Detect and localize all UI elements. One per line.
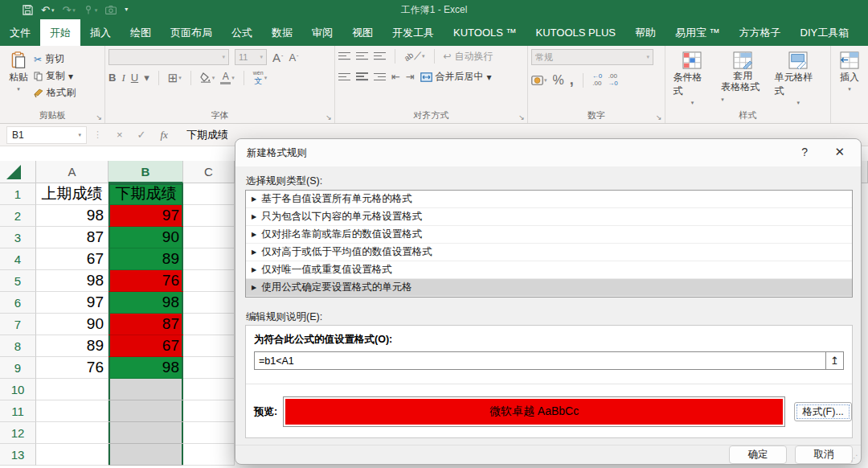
tab-help[interactable]: 帮助	[625, 19, 665, 46]
align-left-icon[interactable]	[338, 73, 350, 81]
row-header-7[interactable]: 7	[0, 314, 36, 335]
column-header-C[interactable]: C	[183, 161, 235, 183]
cancel-entry-icon[interactable]: ×	[117, 129, 123, 141]
cell-B1[interactable]: 下期成绩	[108, 183, 183, 205]
cell-C11[interactable]	[183, 400, 235, 422]
tab-kutools[interactable]: KUTOOLS ™	[444, 19, 526, 46]
cell-C7[interactable]	[183, 314, 235, 335]
row-header-4[interactable]: 4	[0, 248, 36, 270]
cell-C5[interactable]	[183, 270, 235, 292]
name-box[interactable]: B1▾	[6, 126, 87, 144]
increase-decimal-button[interactable]: ←0.00	[592, 73, 602, 87]
underline-dropdown-icon[interactable]: ▾	[144, 72, 149, 84]
tab-insert[interactable]: 插入	[80, 19, 121, 46]
align-center-icon[interactable]	[356, 72, 368, 81]
rule-type-item[interactable]: ▶仅对唯一值或重复值设置格式	[246, 261, 852, 279]
row-header-8[interactable]: 8	[0, 335, 36, 357]
insert-function-icon[interactable]: fx	[161, 129, 168, 142]
tab-home[interactable]: 开始	[40, 19, 80, 46]
formula-bar-value[interactable]: 下期成绩	[186, 128, 228, 142]
fill-color-button[interactable]: ▾	[200, 72, 215, 83]
row-header-13[interactable]: 13	[0, 444, 36, 466]
cell-B10[interactable]	[108, 379, 183, 400]
enter-entry-icon[interactable]: ✓	[137, 129, 146, 141]
cell-B13[interactable]	[108, 444, 183, 466]
comma-style-button[interactable]: ,	[570, 72, 574, 88]
cell-B5[interactable]: 76	[108, 270, 183, 292]
tab-kutools-plus[interactable]: KUTOOLS PLUS	[526, 19, 625, 46]
cell-C4[interactable]	[183, 248, 235, 270]
cell-B6[interactable]: 98	[108, 292, 183, 314]
row-header-6[interactable]: 6	[0, 292, 36, 314]
cell-C1[interactable]	[183, 183, 235, 205]
cell-A3[interactable]: 87	[36, 227, 108, 248]
rule-type-item[interactable]: ▶仅对排名靠前或靠后的数值设置格式	[246, 226, 852, 244]
cell-A9[interactable]: 76	[36, 357, 108, 379]
tab-pdf-tools[interactable]: PDF工具集	[858, 19, 868, 46]
tab-draw[interactable]: 绘图	[121, 19, 161, 46]
format-as-table-button[interactable]: 套用表格格式 ▾	[716, 49, 769, 110]
cell-A1[interactable]: 上期成绩	[36, 183, 108, 205]
cell-A11[interactable]	[36, 400, 108, 422]
cell-A5[interactable]: 98	[36, 270, 108, 292]
accounting-format-button[interactable]: ▾	[531, 76, 547, 85]
formula-bar-splitter[interactable]: ⋮	[93, 129, 103, 140]
cell-C13[interactable]	[183, 444, 235, 466]
paste-dropdown-icon[interactable]: ▾	[17, 86, 20, 92]
row-header-1[interactable]: 1	[0, 183, 36, 205]
cell-B12[interactable]	[108, 422, 183, 444]
cell-B3[interactable]: 90	[108, 227, 183, 248]
row-header-5[interactable]: 5	[0, 270, 36, 292]
undo-button[interactable]: ↶▾	[41, 5, 54, 15]
rule-type-item[interactable]: ▶只为包含以下内容的单元格设置格式	[246, 208, 852, 226]
rule-type-item[interactable]: ▶仅对高于或低于平均值的数值设置格式	[246, 244, 852, 261]
save-icon[interactable]	[23, 5, 33, 15]
font-dialog-launcher-icon[interactable]: ↘	[326, 113, 332, 121]
dialog-title-bar[interactable]: 新建格式规则	[235, 139, 861, 166]
grow-font-button[interactable]: Aˆ	[272, 51, 283, 64]
touch-mode-dropdown-icon[interactable]: ▾	[95, 7, 98, 13]
number-format-combo[interactable]: 常规▾	[531, 49, 653, 65]
phonetic-guide-button[interactable]: wén文 ▾	[253, 70, 267, 86]
insert-cells-button[interactable]: 插入 ▾	[834, 49, 865, 110]
cell-A12[interactable]	[36, 422, 108, 444]
customize-qat-icon[interactable]: ▾	[125, 6, 128, 13]
cell-C2[interactable]	[183, 205, 235, 227]
cell-B8[interactable]: 67	[108, 335, 183, 357]
underline-button[interactable]: U	[131, 72, 138, 84]
row-header-12[interactable]: 12	[0, 422, 36, 444]
tab-formulas[interactable]: 公式	[222, 19, 262, 46]
font-color-button[interactable]: A ▾	[220, 72, 235, 84]
dialog-close-icon[interactable]: ✕	[834, 145, 845, 159]
redo-button[interactable]: ↷▾	[62, 5, 75, 15]
clipboard-dialog-launcher-icon[interactable]: ↘	[96, 113, 102, 121]
conditional-formatting-button[interactable]: 条件格式 ▾	[669, 49, 717, 110]
column-header-A[interactable]: A	[36, 161, 108, 183]
formula-input[interactable]: =b1<A1 ↥	[254, 351, 844, 370]
cell-C8[interactable]	[183, 335, 235, 357]
cell-B4[interactable]: 89	[108, 248, 183, 270]
alignment-dialog-launcher-icon[interactable]: ↘	[518, 113, 525, 121]
cancel-button[interactable]: 取消	[795, 445, 853, 464]
wrap-text-button[interactable]: ↩自动换行	[444, 50, 493, 64]
cell-A4[interactable]: 67	[36, 248, 108, 270]
increase-indent-icon[interactable]: ⇥	[406, 71, 415, 83]
format-painter-button[interactable]: 格式刷	[34, 86, 76, 100]
cell-B7[interactable]: 87	[108, 314, 183, 335]
align-bottom-icon[interactable]	[374, 52, 386, 61]
copy-button[interactable]: 复制▾	[34, 69, 76, 83]
row-header-3[interactable]: 3	[0, 227, 36, 248]
ok-button[interactable]: 确定	[729, 445, 787, 464]
cell-A10[interactable]	[36, 379, 108, 400]
merge-center-button[interactable]: 合并后居中▾	[420, 70, 492, 84]
select-all-corner[interactable]	[0, 161, 36, 183]
column-header-B[interactable]: B	[108, 161, 183, 183]
camera-icon[interactable]	[105, 6, 117, 14]
align-middle-icon[interactable]	[356, 52, 368, 61]
redo-dropdown-icon[interactable]: ▾	[72, 7, 76, 13]
tab-data[interactable]: 数据	[262, 19, 302, 46]
cell-C12[interactable]	[183, 422, 235, 444]
cell-C3[interactable]	[183, 227, 235, 248]
tab-view[interactable]: 视图	[342, 19, 383, 46]
tab-file[interactable]: 文件	[0, 19, 40, 46]
